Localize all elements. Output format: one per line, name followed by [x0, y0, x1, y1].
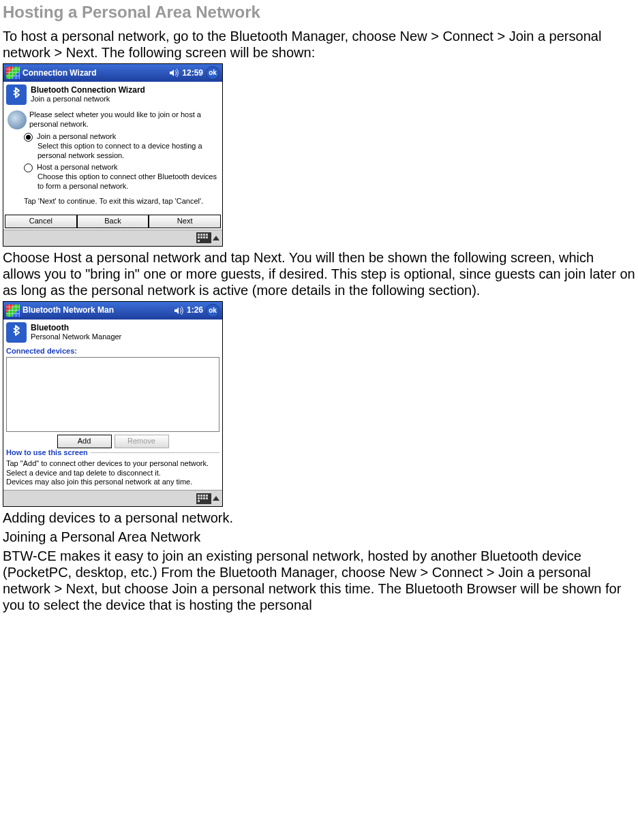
wizard-title: Bluetooth Connection Wizard [31, 85, 145, 95]
section-heading: Hosting a Personal Area Network [3, 3, 635, 22]
radio-join-desc: Select this option to connect to a devic… [37, 142, 218, 161]
app-subtitle: Personal Network Manager [31, 332, 121, 341]
ok-button[interactable]: ok [206, 66, 219, 80]
screenshot-network-manager: Bluetooth Network Man 1:26 ok Bluetooth … [3, 301, 223, 508]
title-bar: Connection Wizard 12:59 ok [3, 64, 222, 82]
bottom-bar [3, 230, 222, 246]
volume-icon[interactable] [168, 67, 179, 78]
help-text-1: Tap "Add" to connect other devices to yo… [6, 459, 219, 478]
subsection-heading: Joining a Personal Area Network [3, 529, 635, 545]
wizard-subtitle: Join a personal network [31, 95, 145, 104]
next-button[interactable]: Next [149, 215, 221, 228]
screenshot-connection-wizard: Connection Wizard 12:59 ok Bluetooth Con… [3, 63, 223, 247]
clock: 1:26 [187, 305, 203, 315]
window-title: Connection Wizard [22, 68, 166, 78]
keyboard-icon[interactable] [196, 493, 211, 504]
remove-button[interactable]: Remove [115, 435, 169, 448]
paragraph-2: Choose Host a personal network and tap N… [3, 249, 635, 298]
app-header: Bluetooth Personal Network Manager [3, 320, 222, 345]
start-icon[interactable] [6, 67, 20, 79]
bluetooth-icon [6, 322, 27, 343]
radio-join[interactable] [24, 133, 33, 142]
menu-up-icon[interactable] [213, 236, 219, 240]
intro-paragraph: To host a personal network, go to the Bl… [3, 28, 635, 61]
back-button[interactable]: Back [77, 215, 149, 228]
volume-icon[interactable] [173, 305, 184, 316]
keyboard-icon[interactable] [196, 232, 211, 243]
wizard-header: Bluetooth Connection Wizard Join a perso… [3, 82, 222, 108]
radio-host-label: Host a personal network [37, 163, 118, 172]
window-title: Bluetooth Network Man [22, 305, 170, 315]
paragraph-3: BTW-CE makes it easy to join an existing… [3, 548, 635, 613]
caption-2: Adding devices to a personal network. [3, 510, 635, 526]
bottom-bar [3, 490, 222, 506]
help-title: How to use this screen [6, 448, 91, 456]
connected-devices-label: Connected devices: [6, 347, 219, 356]
cancel-button[interactable]: Cancel [5, 215, 77, 228]
network-icon [7, 110, 27, 129]
help-text-2: Devices may also join this personal netw… [6, 478, 219, 487]
clock: 12:59 [182, 68, 203, 78]
menu-up-icon[interactable] [213, 496, 219, 501]
radio-host-desc: Choose this option to connect other Blue… [37, 172, 218, 191]
wizard-prompt: Please select wheter you would like to j… [29, 110, 218, 129]
start-icon[interactable] [6, 305, 20, 317]
app-title: Bluetooth [31, 323, 69, 332]
radio-join-label: Join a personal network [37, 132, 116, 142]
bluetooth-icon [6, 84, 27, 105]
title-bar: Bluetooth Network Man 1:26 ok [3, 302, 222, 320]
connected-devices-list[interactable] [6, 357, 219, 432]
wizard-hint: Tap 'Next' to continue. To exit this wiz… [24, 197, 218, 206]
ok-button[interactable]: ok [206, 304, 219, 317]
add-button[interactable]: Add [57, 435, 112, 448]
radio-host[interactable] [24, 164, 33, 172]
